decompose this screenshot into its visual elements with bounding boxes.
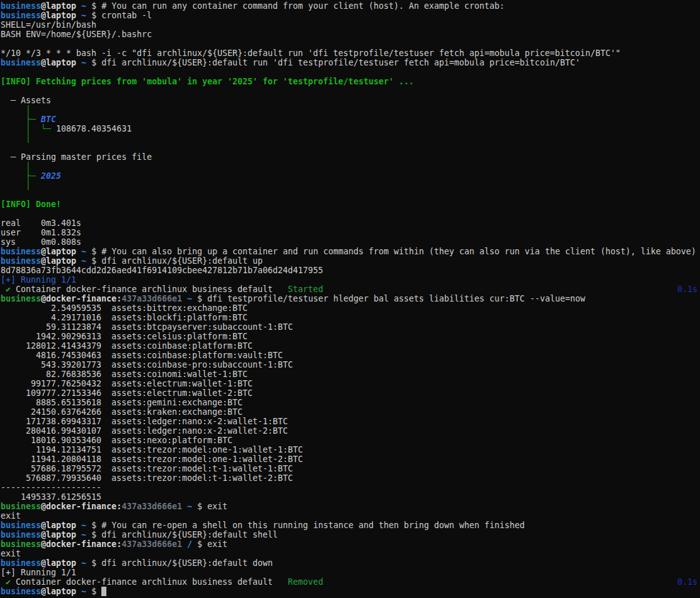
info-line: [INFO] Done!	[1, 200, 700, 209]
terminal[interactable]: business@laptop ~ $ # You can run any co…	[0, 0, 700, 598]
seg-text: assets:ledger:nano:x-2:wallet-1:BTC	[111, 417, 288, 426]
seg-ub: business	[1, 11, 41, 20]
seg-ub: business	[1, 1, 41, 11]
seg-text: assets:trezor:model:one-1:wallet-1:BTC	[111, 445, 303, 454]
seg-hb: @laptop	[41, 58, 76, 67]
seg-amt: 57686.18795572	[1, 464, 101, 473]
cursor	[101, 587, 106, 596]
seg-pb: ~	[81, 521, 86, 530]
prompt-command-line: business@laptop ~ $ dfi archlinux/${USER…	[1, 58, 700, 67]
balance-total: 1495337.61256515	[1, 492, 700, 502]
seg-text	[101, 322, 111, 332]
seg-text	[101, 473, 111, 483]
seg-text	[101, 436, 111, 445]
seg-amt: 109777.27153346	[1, 388, 101, 398]
seg-pb: ~	[81, 247, 86, 256]
seg-id: 437a33d666e1	[121, 539, 182, 549]
seg-text: exit	[207, 502, 227, 511]
balance-separator: --------------------	[1, 483, 700, 492]
seg-text	[101, 303, 111, 313]
seg-text: exit	[207, 539, 227, 549]
seg-tr: │	[1, 105, 31, 115]
seg-amt: 4.29171016	[1, 313, 101, 322]
seg-text: dfi archlinux/${USER}:default run 'dfi t…	[101, 58, 580, 67]
container-id-line: 8d78836a73fb3644cdd2d26aed41f6914109cbee…	[1, 266, 700, 275]
seg-text	[101, 417, 111, 426]
seg-text	[101, 445, 111, 454]
seg-ug: business	[1, 294, 41, 303]
seg-db: 0.1s	[677, 285, 700, 294]
seg-hb: @docker-finance:	[41, 539, 121, 549]
seg-text: user 0m1.832s	[1, 228, 81, 237]
balance-row: 24150.63764266 assets:kraken:exchange:BT…	[1, 407, 700, 417]
seg-text: ─ Assets	[1, 96, 51, 105]
seg-text	[76, 587, 81, 596]
seg-text: Container docker-finance_archlinux_busin…	[11, 285, 273, 294]
blank-line	[1, 143, 700, 152]
info-line: [INFO] Fetching prices from 'mobula' in …	[1, 77, 700, 86]
seg-amt: 11941.20804118	[1, 454, 101, 464]
seg-text: assets:btcpayserver:subaccount-1:BTC	[111, 322, 293, 332]
seg-gr: ✔	[6, 285, 11, 294]
seg-text: $	[86, 587, 101, 596]
seg-amt: 1495337.61256515	[1, 492, 101, 502]
seg-text	[273, 577, 288, 587]
seg-hb: @docker-finance:	[41, 502, 121, 511]
output-line: exit	[1, 549, 700, 558]
seg-gr: Started	[288, 285, 323, 294]
seg-ub: business	[1, 521, 41, 530]
seg-text: assets:coinbase:platform:BTC	[111, 341, 252, 351]
tree-root-line: ─ Parsing master prices file	[1, 152, 700, 162]
seg-text: sys 0m0.808s	[1, 237, 81, 247]
balance-row: 99177.76250432 assets:electrum:wallet-1:…	[1, 379, 700, 388]
seg-text: $	[86, 247, 101, 256]
seg-ub: business	[1, 587, 41, 596]
tree-line: │	[1, 105, 700, 115]
balance-row: 171738.69943317 assets:ledger:nano:x-2:w…	[1, 417, 700, 426]
prompt-comment-line: business@laptop ~ $ # You can run any co…	[1, 1, 700, 11]
progress-line: [+] Running 1/1	[1, 275, 700, 285]
seg-ub: business	[1, 247, 41, 256]
seg-pb: ~	[81, 530, 86, 539]
progress-line: [+] Running 1/1	[1, 568, 700, 577]
seg-text: assets:nexo:platform:BTC	[111, 436, 232, 445]
seg-text: SHELL=/usr/bin/bash	[1, 20, 96, 30]
balance-row: 128012.41434379 assets:coinbase:platform…	[1, 341, 700, 351]
tree-line: │	[1, 133, 700, 143]
balance-row: 82.76838536 assets:coinomi:wallet-1:BTC	[1, 370, 700, 379]
seg-nd: 2025	[41, 171, 61, 181]
seg-text	[76, 1, 81, 11]
seg-text: 108678.40354631	[56, 124, 132, 133]
seg-db: 0.1s	[677, 577, 700, 587]
balance-row: 2.54959535 assets:bittrex:exchange:BTC	[1, 303, 700, 313]
seg-text	[76, 558, 81, 568]
seg-text: 8d78836a73fb3644cdd2d26aed41f6914109cbee…	[1, 266, 323, 275]
seg-text: assets:gemini:exchange:BTC	[111, 398, 242, 407]
seg-text: [+] Running 1/1	[1, 568, 76, 577]
seg-text	[76, 11, 81, 20]
seg-tr: │ └─	[1, 124, 56, 133]
balance-row: 8885.65135618 assets:gemini:exchange:BTC	[1, 398, 700, 407]
seg-text	[101, 407, 111, 417]
seg-hb: @laptop	[41, 521, 76, 530]
seg-hb: @laptop	[41, 256, 76, 266]
seg-text: $	[86, 256, 101, 266]
seg-hb: @laptop	[41, 530, 76, 539]
seg-pb: ~	[81, 58, 86, 67]
seg-amt: 280416.99430107	[1, 426, 101, 436]
seg-gr: ✔	[6, 577, 11, 587]
seg-amt: 1942.90296313	[1, 332, 101, 341]
seg-text: $	[86, 1, 101, 11]
container-status-line: 0.1s ✔ Container docker-finance_archlinu…	[1, 285, 700, 294]
seg-pb: ~	[81, 558, 86, 568]
blank-line	[1, 86, 700, 96]
seg-text: assets:electrum:wallet-2:BTC	[111, 388, 252, 398]
balance-row: 11941.20804118 assets:trezor:model:one-1…	[1, 454, 700, 464]
balance-row: 280416.99430107 assets:ledger:nano:x-2:w…	[1, 426, 700, 436]
prompt-command-line: business@docker-finance:437a33d666e1 / $…	[1, 539, 700, 549]
seg-text: ─ Parsing master prices file	[1, 152, 152, 162]
seg-text: $	[86, 11, 101, 20]
seg-amt: 82.76838536	[1, 370, 101, 379]
seg-text	[1, 577, 6, 587]
seg-amt: 59.31123874	[1, 322, 101, 332]
